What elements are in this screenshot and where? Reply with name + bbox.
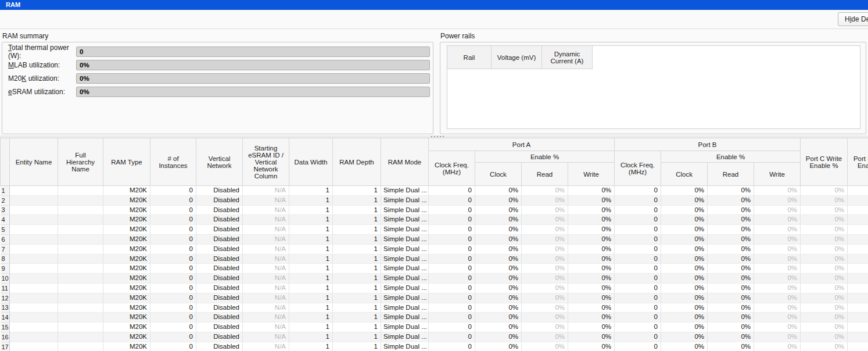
grid-cell[interactable]: 0% [522, 195, 568, 205]
grid-cell[interactable]: 0% [568, 244, 615, 254]
grid-cell[interactable]: 0 [429, 313, 475, 323]
grid-cell[interactable]: M20K [103, 332, 150, 342]
grid-cell[interactable]: Disabled [196, 225, 243, 235]
grid-cell[interactable]: 0 [429, 234, 475, 244]
grid-cell[interactable]: Disabled [196, 283, 243, 293]
grid-cell[interactable] [58, 264, 103, 274]
grid-cell[interactable]: 0% [475, 244, 522, 254]
grid-cell[interactable]: 0% [522, 303, 568, 313]
grid-cell[interactable]: 0% [522, 215, 568, 225]
grid-cell[interactable]: Simple Dual ... [381, 323, 429, 332]
grid-cell[interactable] [58, 313, 103, 323]
grid-cell[interactable]: 1 [333, 323, 381, 332]
grid-cell[interactable]: N/A [243, 205, 289, 215]
grid-cell[interactable]: 0% [708, 195, 754, 205]
grid-cell[interactable] [10, 293, 58, 303]
grid-cell[interactable]: Simple Dual ... [381, 342, 429, 351]
grid-cell[interactable]: 0 [615, 234, 661, 244]
grid-cell[interactable]: 0% [661, 332, 708, 342]
grid-cell[interactable]: M20K [103, 283, 150, 293]
grid-cell[interactable] [10, 195, 58, 205]
grid-cell[interactable]: 0 [150, 205, 196, 215]
grid-cell[interactable]: 0% [475, 342, 522, 351]
grid-cell[interactable]: 1 [333, 186, 381, 196]
grid-cell[interactable]: Simple Dual ... [381, 234, 429, 244]
grid-cell[interactable]: Simple Dual ... [381, 313, 429, 323]
grid-cell[interactable] [848, 244, 868, 254]
grid-cell[interactable]: 0% [708, 244, 754, 254]
grid-cell[interactable]: 1 [333, 244, 381, 254]
grid-cell[interactable]: 0 [150, 264, 196, 274]
grid-cell[interactable]: 0% [708, 323, 754, 332]
grid-cell[interactable]: N/A [243, 332, 289, 342]
grid-cell[interactable]: 1 [289, 283, 333, 293]
grid-cell[interactable]: Disabled [196, 303, 243, 313]
grid-cell[interactable]: Simple Dual ... [381, 264, 429, 274]
grid-cell[interactable] [848, 264, 868, 274]
grid-cell[interactable]: 0% [568, 264, 615, 274]
grid-cell[interactable] [848, 274, 868, 284]
grid-cell[interactable]: 0 [615, 274, 661, 284]
grid-cell[interactable]: 0% [475, 205, 522, 215]
grid-cell[interactable]: 1 [333, 234, 381, 244]
grid-cell[interactable]: Disabled [196, 254, 243, 264]
grid-cell[interactable]: 1 [333, 215, 381, 225]
grid-cell[interactable]: 0% [661, 342, 708, 351]
grid-cell[interactable]: 0 [615, 313, 661, 323]
grid-cell[interactable]: 0% [754, 323, 801, 332]
grid-cell[interactable]: 0% [801, 186, 848, 196]
grid-cell[interactable] [10, 234, 58, 244]
grid-cell[interactable] [58, 234, 103, 244]
grid-cell[interactable] [58, 205, 103, 215]
grid-cell[interactable]: 0% [708, 215, 754, 225]
grid-cell[interactable] [10, 225, 58, 235]
grid-cell[interactable]: 0 [150, 225, 196, 235]
grid-cell[interactable]: N/A [243, 225, 289, 235]
hide-details-button[interactable]: Hide Details [838, 12, 868, 26]
grid-cell[interactable] [848, 342, 868, 351]
grid-cell[interactable]: N/A [243, 254, 289, 264]
grid-cell[interactable]: 0% [801, 342, 848, 351]
grid-cell[interactable]: Simple Dual ... [381, 254, 429, 264]
grid-cell[interactable]: Simple Dual ... [381, 244, 429, 254]
grid-cell[interactable]: 0% [522, 332, 568, 342]
grid-cell[interactable]: 0% [708, 274, 754, 284]
grid-cell[interactable]: 0% [661, 274, 708, 284]
grid-cell[interactable]: 0% [522, 283, 568, 293]
grid-cell[interactable]: 0% [568, 293, 615, 303]
grid-cell[interactable]: 0% [754, 274, 801, 284]
grid-cell[interactable]: 0% [801, 332, 848, 342]
grid-cell[interactable]: 0 [150, 186, 196, 196]
grid-cell[interactable]: 0 [429, 186, 475, 196]
grid-cell[interactable]: 0 [615, 342, 661, 351]
grid-cell[interactable]: 0% [522, 186, 568, 196]
grid-cell[interactable] [848, 215, 868, 225]
grid-cell[interactable]: 0 [429, 264, 475, 274]
grid-cell[interactable] [10, 264, 58, 274]
grid-cell[interactable]: 0% [708, 283, 754, 293]
grid-cell[interactable]: N/A [243, 186, 289, 196]
grid-cell[interactable] [58, 186, 103, 196]
grid-cell[interactable]: 0% [475, 283, 522, 293]
grid-cell[interactable]: 0% [708, 264, 754, 274]
grid-cell[interactable]: N/A [243, 323, 289, 332]
grid-cell[interactable]: Disabled [196, 186, 243, 196]
grid-cell[interactable]: 0% [801, 205, 848, 215]
grid-cell[interactable]: 0% [801, 195, 848, 205]
grid-cell[interactable] [10, 313, 58, 323]
grid-cell[interactable]: 0% [801, 254, 848, 264]
grid-cell[interactable]: 1 [333, 342, 381, 351]
grid-cell[interactable]: 0% [475, 293, 522, 303]
grid-cell[interactable] [848, 195, 868, 205]
grid-cell[interactable]: 1 [333, 293, 381, 303]
grid-cell[interactable]: 0 [615, 254, 661, 264]
grid-cell[interactable]: 1 [289, 195, 333, 205]
grid-cell[interactable]: 0 [615, 225, 661, 235]
grid-cell[interactable]: Disabled [196, 293, 243, 303]
grid-cell[interactable]: Disabled [196, 323, 243, 332]
grid-cell[interactable]: Disabled [196, 244, 243, 254]
grid-cell[interactable]: 0% [522, 274, 568, 284]
grid-cell[interactable]: 1 [289, 264, 333, 274]
grid-cell[interactable]: 0% [475, 274, 522, 284]
grid-cell[interactable]: 0% [754, 283, 801, 293]
